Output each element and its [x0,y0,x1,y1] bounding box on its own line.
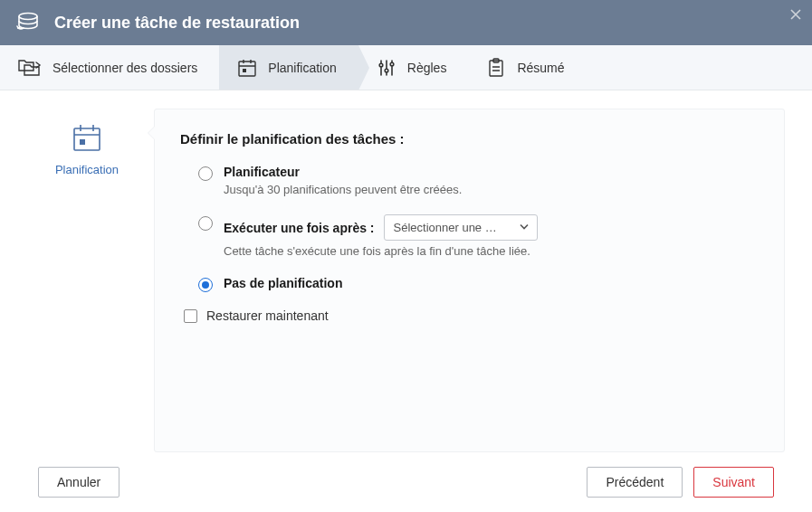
option-run-once-label: Exécuter une fois après : [224,221,375,235]
option-scheduler[interactable]: Planificateur Jusqu'à 30 planifications … [180,165,759,209]
close-icon[interactable] [790,9,801,22]
folders-icon [18,58,42,78]
option-run-once[interactable]: Exécuter une fois après : Sélectionner u… [180,214,759,270]
svg-rect-1 [239,62,255,76]
wizard-step-folders[interactable]: Sélectionner des dossiers [0,45,219,90]
dialog-footer: Annuler Précédent Suivant [0,452,812,512]
svg-point-4 [385,69,388,72]
radio-scheduler[interactable] [198,166,213,181]
left-column: Planification [27,109,147,452]
next-button[interactable]: Suivant [693,467,774,498]
option-no-schedule[interactable]: Pas de planification [180,276,759,292]
svg-rect-9 [80,139,85,145]
task-select-value: Sélectionner une … [394,221,497,234]
svg-point-3 [379,63,383,67]
wizard-step-label: Planification [268,61,337,75]
dialog-title: Créer une tâche de restauration [54,14,300,33]
option-scheduler-desc: Jusqu'à 30 planifications peuvent être c… [224,183,759,196]
option-no-schedule-label: Pas de planification [224,276,759,290]
chevron-down-icon [519,221,530,234]
task-select[interactable]: Sélectionner une … [384,214,538,241]
restore-now-row[interactable]: Restaurer maintenant [180,308,759,323]
svg-point-5 [390,62,394,66]
left-column-label: Planification [27,163,147,176]
wizard-nav: Sélectionner des dossiers Planification … [0,45,812,90]
wizard-step-label: Règles [407,61,447,75]
radio-run-once[interactable] [198,216,213,231]
wizard-step-rules[interactable]: Règles [358,45,469,90]
main-panel: Définir le planification des tâches : Pl… [154,109,785,452]
calendar-large-icon [27,123,147,152]
svg-rect-8 [74,128,100,150]
panel-title: Définir le planification des tâches : [180,131,759,147]
dialog-header: Créer une tâche de restauration [0,0,812,45]
wizard-step-label: Résumé [517,61,564,75]
svg-rect-2 [243,69,246,72]
option-run-once-desc: Cette tâche s'exécute une fois après la … [224,244,759,258]
wizard-step-schedule[interactable]: Planification [219,45,358,90]
restore-icon [14,12,40,33]
option-scheduler-label: Planificateur [224,165,759,179]
restore-now-checkbox[interactable] [184,309,197,323]
calendar-icon [237,58,257,78]
restore-now-label: Restaurer maintenant [206,308,329,323]
previous-button[interactable]: Précédent [587,467,683,498]
summary-icon [486,58,506,78]
sliders-icon [377,58,396,78]
radio-no-schedule[interactable] [198,278,213,292]
cancel-button[interactable]: Annuler [38,467,119,498]
wizard-step-label: Sélectionner des dossiers [53,61,197,75]
wizard-step-summary[interactable]: Résumé [468,45,586,90]
svg-point-0 [19,14,37,20]
